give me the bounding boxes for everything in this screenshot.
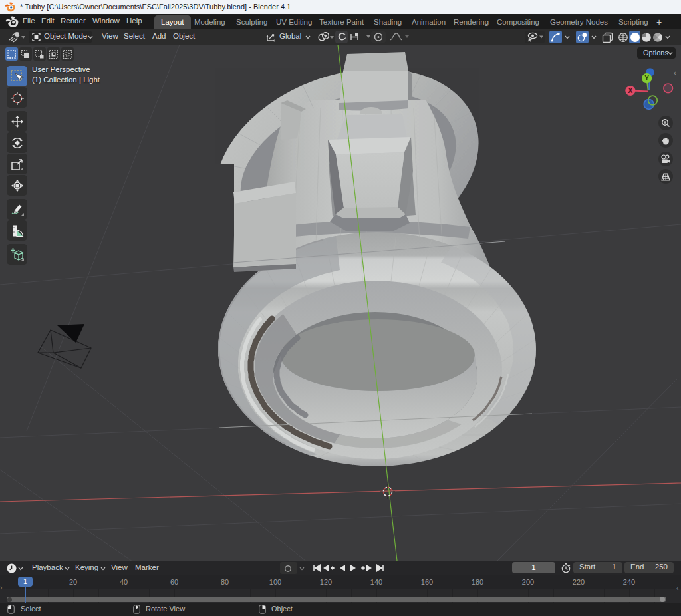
svg-text:Y: Y [644,75,649,82]
svg-text:X: X [628,87,633,94]
